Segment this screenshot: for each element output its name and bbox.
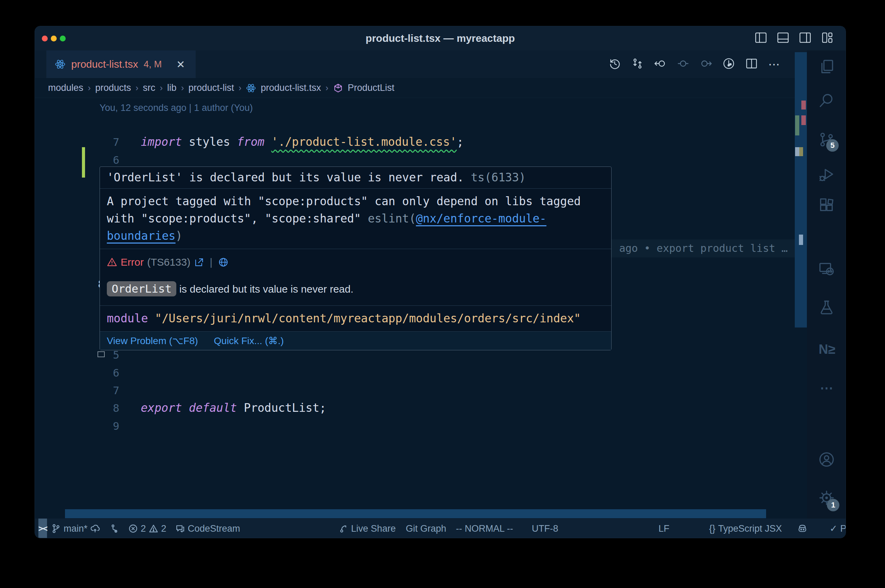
extensions-icon[interactable]: [819, 197, 834, 213]
error-mark: [801, 100, 806, 110]
codestream-item[interactable]: CodeStream: [175, 524, 240, 534]
go-forward-disabled-icon: [700, 58, 712, 71]
code-row: 5import { OrderList } from '@myreactapp/…: [35, 151, 795, 169]
gitlens-file-blame: You, 12 seconds ago | 1 author (You): [35, 98, 795, 116]
copilot-item[interactable]: [798, 524, 807, 533]
module-keyword: module: [107, 312, 148, 325]
remote-indicator[interactable]: ><: [38, 519, 47, 538]
tooltip-resize-grip[interactable]: [98, 351, 105, 357]
tab-label: product-list.tsx: [71, 58, 138, 70]
react-icon: [246, 83, 256, 93]
view-problem-action[interactable]: View Problem (⌥F8): [107, 335, 198, 346]
run-or-debug-icon[interactable]: [723, 58, 735, 71]
scrollbar-slider[interactable]: [799, 235, 803, 245]
status-bar: >< main* 2 2 CodeStream Live Share Git G…: [35, 519, 846, 538]
breadcrumb-modules[interactable]: modules: [48, 82, 83, 93]
cloud-upload-icon: [90, 524, 100, 533]
code-row: 9: [35, 399, 795, 417]
globe-icon[interactable]: [218, 257, 228, 267]
activity-bar: 5 N≥ ⋯ 1: [807, 51, 846, 519]
toggle-secondary-sidebar-icon[interactable]: [799, 33, 811, 44]
git-graph-item[interactable]: Git Graph: [406, 524, 446, 534]
tab-product-list[interactable]: product-list.tsx 4, M ✕: [46, 51, 196, 78]
branch-icon: [51, 524, 61, 533]
language-mode-item[interactable]: {}TypeScript JSX: [709, 524, 782, 534]
scm-badge: 5: [826, 139, 839, 152]
horizontal-scrollbar[interactable]: [65, 509, 766, 518]
error-mark: [801, 116, 806, 125]
live-share-icon: [339, 524, 349, 533]
quick-fix-action[interactable]: Quick Fix... (⌘.): [214, 335, 284, 346]
gitlens-inline-blame: ago • export product list …: [619, 239, 788, 257]
search-icon[interactable]: [819, 93, 834, 108]
nx-console-icon[interactable]: N≥: [819, 341, 834, 357]
line-number: 9: [76, 417, 119, 435]
code-row: 6: [35, 133, 795, 151]
tooltip-ts-message: 'OrderList' is declared but its value is…: [100, 167, 611, 189]
testing-beaker-icon[interactable]: [819, 299, 834, 315]
close-tab-icon[interactable]: ✕: [176, 58, 185, 70]
remote-explorer-icon[interactable]: [819, 261, 834, 277]
more-actions-icon[interactable]: ⋯: [768, 57, 781, 71]
tooltip-eslint-message: A project tagged with "scope:products" c…: [100, 189, 611, 249]
customize-layout-icon[interactable]: [821, 33, 833, 44]
error-hover-tooltip: 'OrderList' is declared but its value is…: [99, 166, 612, 350]
ts-message-text: 'OrderList' is declared but its value is…: [107, 171, 464, 184]
breadcrumb: modules › products › src › lib › product…: [35, 78, 795, 98]
eol-item[interactable]: LF: [658, 524, 670, 534]
chip-message: is declared but its value is never read.: [176, 283, 353, 295]
codestream-icon: [175, 524, 185, 533]
breadcrumb-lib[interactable]: lib: [167, 82, 177, 93]
tab-bar: product-list.tsx 4, M ✕ ⋯: [35, 51, 846, 78]
commit-graph-icon: [110, 524, 119, 533]
problems-item[interactable]: 2 2: [128, 524, 166, 534]
eslint-source-open: eslint(: [368, 212, 416, 225]
error-code: (TS6133): [147, 256, 191, 268]
warning-triangle-icon: [107, 257, 117, 267]
tooltip-module-path: module "/Users/juri/nrwl/content/myreact…: [100, 306, 611, 332]
code-row: 7: [35, 364, 795, 381]
title-bar: product-list.tsx — myreactapp: [35, 26, 846, 51]
code-row: 7import styles from './product-list.modu…: [35, 116, 795, 133]
warning-icon: [149, 524, 158, 533]
eslint-source-close: ): [176, 229, 183, 243]
error-label: Error: [121, 256, 144, 268]
timeline-icon[interactable]: [609, 58, 621, 71]
vim-mode-indicator[interactable]: -- NORMAL --: [456, 524, 513, 534]
go-back-disabled-icon: [677, 58, 689, 71]
breadcrumb-products[interactable]: products: [95, 82, 131, 93]
gitlens-commit-item[interactable]: [110, 524, 119, 533]
prettier-item[interactable]: ✓Prettier: [830, 523, 846, 534]
split-editor-icon[interactable]: [745, 58, 758, 71]
external-link-icon[interactable]: [194, 257, 204, 267]
window-title: product-list.tsx — myreactapp: [35, 26, 846, 51]
live-share-item[interactable]: Live Share: [339, 524, 396, 534]
breadcrumb-symbol[interactable]: ProductList: [348, 82, 394, 93]
toggle-panel-icon[interactable]: [777, 33, 789, 44]
code-row: 8export default ProductList;: [35, 381, 795, 399]
react-icon: [55, 59, 66, 70]
overview-ruler-scrollbar[interactable]: [795, 52, 807, 327]
open-changes-icon[interactable]: [631, 58, 644, 71]
breadcrumb-product-list[interactable]: product-list: [188, 82, 234, 93]
error-circle-icon: [128, 524, 138, 533]
cursor-mark: [795, 147, 799, 156]
module-path-string: "/Users/juri/nrwl/content/myreactapp/mod…: [155, 312, 581, 325]
settings-gear-icon[interactable]: 1: [819, 490, 834, 506]
copilot-icon: [798, 524, 807, 533]
separator: |: [210, 256, 213, 268]
symbol-namespace-icon: [333, 83, 343, 93]
explorer-icon[interactable]: [819, 59, 834, 75]
git-branch-item[interactable]: main*: [51, 524, 100, 534]
additional-views-icon[interactable]: ⋯: [819, 380, 834, 396]
vscode-window: product-list.tsx — myreactapp product-li: [35, 26, 846, 538]
breadcrumb-src[interactable]: src: [143, 82, 155, 93]
go-back-icon[interactable]: [654, 58, 667, 71]
warning-mark: [799, 147, 803, 156]
toggle-primary-sidebar-icon[interactable]: [755, 33, 767, 44]
run-debug-icon[interactable]: [819, 167, 834, 183]
source-control-icon[interactable]: 5: [819, 132, 834, 147]
accounts-icon[interactable]: [819, 452, 834, 467]
breadcrumb-file[interactable]: product-list.tsx: [261, 82, 321, 93]
encoding-item[interactable]: UTF-8: [532, 524, 558, 534]
